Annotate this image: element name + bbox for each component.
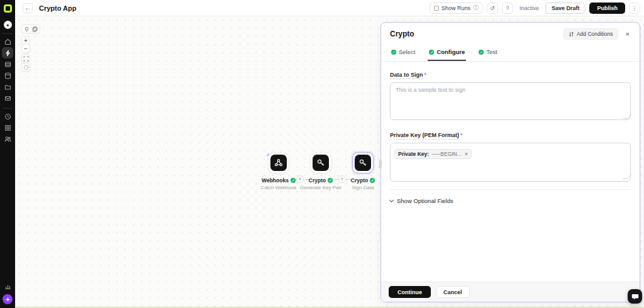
notes-icon[interactable] xyxy=(32,26,38,32)
divider xyxy=(390,189,631,190)
node-title: Crypto ✓ xyxy=(300,177,341,184)
folder-icon xyxy=(4,84,11,91)
node-title: Crypto ✓ xyxy=(342,177,384,184)
fit-view-button[interactable] xyxy=(21,54,30,63)
sidebar-item-data[interactable] xyxy=(2,70,13,81)
private-key-input[interactable]: Private Key: -----BEGIN... × xyxy=(390,143,631,182)
webhook-icon xyxy=(270,155,287,171)
sidebar-item-history[interactable] xyxy=(2,111,13,122)
puzzle-icon xyxy=(4,124,11,131)
node-subtitle: Catch Webhook xyxy=(258,185,299,190)
required-mark: * xyxy=(425,72,427,78)
inactive-status-button[interactable]: Inactive xyxy=(517,5,541,11)
flow-icon xyxy=(4,50,11,57)
save-draft-button[interactable]: Save Draft xyxy=(545,3,586,14)
show-runs-label: Show Runs xyxy=(441,5,470,11)
sidebar-item-home[interactable] xyxy=(2,36,13,47)
node-subtitle: Generate Key Pair xyxy=(300,185,341,190)
organize-button[interactable] xyxy=(21,63,30,72)
add-conditions-button[interactable]: Add Conditions xyxy=(564,28,618,40)
tab-test[interactable]: ✓ Test xyxy=(477,45,498,61)
chat-bubble-icon xyxy=(631,293,639,300)
node-crypto-generate: Crypto ✓ Generate Key Pair xyxy=(300,152,341,190)
publish-button[interactable]: Publish xyxy=(589,3,625,14)
cancel-button[interactable]: Cancel xyxy=(436,286,470,298)
show-runs-toggle[interactable]: Show Runs ⓘ xyxy=(430,3,483,14)
panel-header: Crypto Add Conditions × xyxy=(381,23,640,42)
sidebar-item-tables[interactable] xyxy=(2,58,13,70)
tab-select[interactable]: ✓ Select xyxy=(390,45,416,61)
sidebar-item-flows[interactable] xyxy=(2,47,13,58)
panel-resize-handle[interactable] xyxy=(379,160,382,168)
chip-remove-icon[interactable]: × xyxy=(465,151,468,157)
logo-ring-icon xyxy=(4,4,12,13)
node-crypto-sign-card[interactable] xyxy=(352,152,374,173)
check-icon: ✓ xyxy=(429,50,434,55)
node-crypto-generate-card[interactable] xyxy=(310,152,331,173)
divider xyxy=(3,108,13,109)
history-icon: ↺ xyxy=(490,5,495,11)
sidebar-item-analytics[interactable] xyxy=(2,280,13,292)
tab-configure[interactable]: ✓ Configure xyxy=(428,45,466,61)
help-button[interactable]: ? xyxy=(502,3,513,14)
zoom-in-button[interactable]: + xyxy=(21,36,30,45)
add-conditions-label: Add Conditions xyxy=(577,31,613,37)
back-button[interactable]: ← xyxy=(23,3,33,13)
more-options-button[interactable]: ⋮ xyxy=(629,3,640,14)
left-sidebar: ● xyxy=(0,0,15,308)
check-icon: ✓ xyxy=(391,50,396,55)
show-runs-checkbox[interactable] xyxy=(434,6,439,11)
chip-value: -----BEGIN... xyxy=(431,151,462,157)
key-icon xyxy=(355,155,371,171)
panel-body: Data to Sign* This is a sample text to s… xyxy=(381,62,640,282)
data-to-sign-label: Data to Sign xyxy=(390,72,423,79)
header-actions: Show Runs ⓘ ↺ ? Inactive Save Draft Publ… xyxy=(430,3,640,14)
sidebar-item-inbox[interactable] xyxy=(2,92,13,104)
help-icon: ? xyxy=(506,5,509,11)
show-optional-fields-toggle[interactable]: Show Optional Fields xyxy=(390,197,631,204)
config-panel: Crypto Add Conditions × ✓ Select ✓ Confi… xyxy=(380,22,640,302)
zoom-out-button[interactable]: − xyxy=(21,44,30,53)
chip-prefix: Private Key: xyxy=(398,151,429,157)
version-history-button[interactable]: ↺ xyxy=(487,3,498,14)
chart-icon xyxy=(4,283,11,290)
users-icon xyxy=(4,136,11,143)
ai-assistant-button[interactable] xyxy=(3,294,13,304)
info-icon: ⓘ xyxy=(473,4,479,12)
minus-icon: − xyxy=(24,45,28,52)
sidebar-item-folders[interactable] xyxy=(2,81,13,92)
sparkle-ai-icon xyxy=(5,297,11,302)
table-icon xyxy=(4,61,11,68)
chevron-down-icon xyxy=(389,198,394,202)
private-key-chip[interactable]: Private Key: -----BEGIN... × xyxy=(394,149,472,159)
sidebar-item-members[interactable] xyxy=(2,133,13,145)
node-webhooks-card[interactable] xyxy=(268,152,289,173)
node-webhooks: Webhooks ✓ Catch Webhook xyxy=(258,152,299,190)
back-arrow-icon: ← xyxy=(25,4,31,11)
mail-icon xyxy=(4,95,11,102)
close-panel-button[interactable]: × xyxy=(623,30,632,38)
resize-grip-icon[interactable] xyxy=(623,175,631,179)
required-mark: * xyxy=(460,132,463,138)
canvas-mode-toolbar xyxy=(21,25,40,33)
top-header: ← Crypto App Show Runs ⓘ ↺ ? Inactive Sa… xyxy=(15,0,644,16)
clock-icon xyxy=(4,113,11,120)
page-title: Crypto App xyxy=(39,4,76,12)
data-to-sign-input[interactable]: This is a sample text to sign xyxy=(390,82,631,120)
panel-footer: Continue Cancel xyxy=(381,282,640,302)
conditions-icon xyxy=(569,31,574,37)
node-subtitle: Sign Data xyxy=(342,185,384,190)
organize-icon xyxy=(23,65,29,70)
check-icon: ✓ xyxy=(479,50,484,55)
panel-title: Crypto xyxy=(390,30,414,38)
sidebar-item-integrations[interactable] xyxy=(2,122,13,133)
plus-icon: + xyxy=(24,37,28,44)
bulb-icon[interactable] xyxy=(24,26,30,32)
workspace-avatar[interactable]: ● xyxy=(4,21,12,29)
chat-widget-button[interactable] xyxy=(628,289,642,304)
app-logo[interactable] xyxy=(0,0,15,16)
node-title: Webhooks ✓ xyxy=(258,177,299,184)
continue-button[interactable]: Continue xyxy=(389,286,431,298)
panel-tabs: ✓ Select ✓ Configure ✓ Test xyxy=(381,45,640,62)
check-icon: ✓ xyxy=(291,178,296,183)
